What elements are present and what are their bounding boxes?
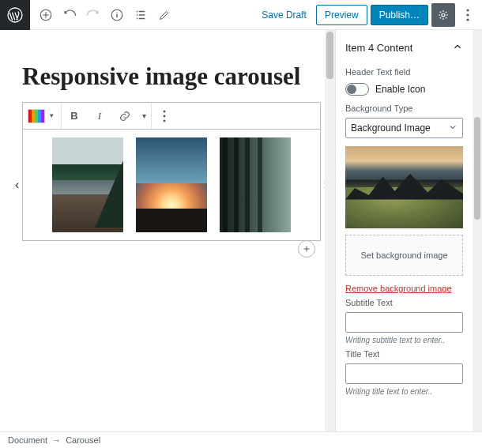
breadcrumb-current[interactable]: Carousel [66, 435, 100, 445]
title-text-input[interactable] [345, 363, 463, 384]
enable-icon-toggle[interactable] [345, 83, 369, 96]
block-toolbar: B I ▾ [23, 103, 320, 130]
main-area: Responsive image carousel B I ▾ [0, 30, 482, 431]
breadcrumb: Document → Carousel [0, 431, 482, 448]
add-block-button[interactable] [35, 4, 57, 26]
kebab-icon [466, 9, 469, 21]
info-button[interactable] [106, 4, 128, 26]
redo-icon [86, 8, 100, 22]
editor-canvas-scroll: Responsive image carousel B I ▾ [0, 30, 335, 431]
wordpress-icon [7, 7, 23, 23]
top-toolbar: Save Draft Preview Publish… [0, 0, 482, 30]
plus-icon [302, 244, 311, 254]
undo-button[interactable] [58, 4, 81, 26]
undo-icon [62, 8, 77, 22]
wordpress-logo[interactable] [0, 0, 30, 30]
title-text-label: Title Text [345, 344, 463, 362]
subtitle-text-input[interactable] [345, 312, 463, 333]
scrollbar-thumb[interactable] [474, 117, 480, 220]
svg-point-6 [466, 18, 469, 21]
edit-button[interactable] [153, 4, 175, 26]
background-type-label: Background Type [345, 99, 463, 116]
carousel-body: ‹ › [23, 130, 320, 240]
background-image-preview[interactable] [345, 146, 463, 228]
more-rich-text-button[interactable]: ▾ [137, 111, 151, 120]
svg-point-7 [164, 110, 166, 112]
toolbar-left-group [30, 4, 175, 26]
info-icon [110, 8, 124, 22]
svg-point-8 [164, 115, 166, 117]
background-type-select[interactable]: Background Image [345, 118, 463, 138]
italic-button[interactable]: I [87, 104, 112, 129]
gear-icon [437, 9, 450, 21]
set-background-image-button[interactable]: Set background image [345, 235, 463, 276]
publish-button[interactable]: Publish… [371, 5, 428, 25]
svg-point-5 [466, 13, 469, 16]
editor-scrollbar[interactable] [325, 30, 335, 431]
settings-sidebar: Item 4 Content Header Text field Enable … [335, 30, 482, 431]
page-title[interactable]: Responsive image carousel [22, 62, 321, 91]
settings-button[interactable] [431, 3, 455, 27]
title-hint: Writing title text to enter.. [345, 384, 463, 396]
svg-point-9 [164, 119, 166, 122]
save-draft-button[interactable]: Save Draft [255, 5, 313, 25]
more-menu-button[interactable] [458, 3, 477, 27]
panel-title: Item 4 Content [345, 42, 412, 54]
bold-button[interactable]: B [62, 104, 87, 129]
panel-header[interactable]: Item 4 Content [345, 38, 463, 62]
link-button[interactable] [112, 104, 137, 129]
subtitle-hint: Writing subtitle text to enter.. [345, 333, 463, 344]
redo-button [82, 4, 104, 26]
add-block-after-button[interactable] [298, 240, 315, 258]
carousel-prev-button[interactable]: ‹ [15, 178, 19, 192]
list-icon [134, 8, 148, 22]
carousel-slide[interactable] [220, 137, 291, 232]
carousel-slide[interactable] [52, 137, 123, 232]
sidebar-scrollbar[interactable] [473, 30, 482, 431]
breadcrumb-separator: → [52, 435, 61, 445]
editor-canvas: Responsive image carousel B I ▾ [0, 30, 335, 273]
svg-point-3 [442, 13, 445, 17]
carousel-slide[interactable] [136, 137, 207, 232]
remove-background-image-link[interactable]: Remove background image [345, 284, 463, 293]
kebab-icon [163, 110, 166, 122]
subtitle-text-label: Subtitle Text [345, 293, 463, 311]
chevron-up-icon [452, 41, 463, 55]
toolbar-right-group: Save Draft Preview Publish… [255, 3, 482, 27]
plus-circle-icon [39, 8, 53, 22]
outline-button[interactable] [130, 4, 152, 26]
header-text-field-label: Header Text field [345, 62, 463, 80]
pencil-icon [158, 9, 171, 21]
preview-button[interactable]: Preview [316, 5, 367, 25]
carousel-block[interactable]: B I ▾ ‹ [22, 102, 321, 241]
select-value: Background Image [351, 122, 431, 134]
block-type-icon[interactable] [28, 109, 45, 123]
breadcrumb-root[interactable]: Document [8, 435, 47, 445]
block-more-button[interactable] [152, 104, 177, 129]
enable-icon-label: Enable Icon [375, 84, 425, 95]
chevron-down-icon [448, 122, 458, 134]
link-icon [119, 110, 131, 122]
carousel-track [31, 137, 312, 232]
scrollbar-thumb[interactable] [326, 32, 333, 79]
svg-point-4 [466, 9, 469, 11]
